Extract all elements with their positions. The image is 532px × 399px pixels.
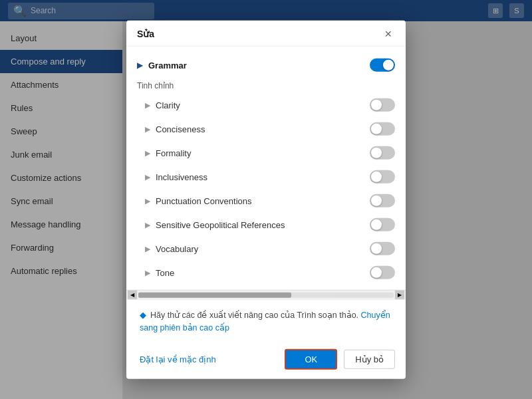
inclusiveness-expand-arrow[interactable]: ▶	[145, 172, 150, 181]
cancel-button[interactable]: Hủy bỏ	[344, 349, 395, 368]
conciseness-label: Conciseness	[156, 124, 364, 134]
geopolitical-expand-arrow[interactable]: ▶	[145, 220, 150, 229]
inclusiveness-label: Inclusiveness	[156, 172, 364, 182]
clarity-row: ▶ Clarity	[126, 93, 406, 117]
inclusiveness-row: ▶ Inclusiveness	[126, 165, 406, 189]
dialog-close-button[interactable]: ✕	[382, 27, 395, 41]
conciseness-toggle[interactable]	[370, 122, 395, 136]
grammar-toggle-knob	[383, 60, 394, 70]
grammar-label: Grammar	[148, 60, 364, 70]
formality-toggle-knob	[371, 148, 382, 158]
conciseness-expand-arrow[interactable]: ▶	[145, 124, 150, 133]
punctuation-label: Punctuation Conventions	[156, 196, 364, 205]
inclusiveness-toggle[interactable]	[370, 170, 395, 184]
section-label: Tinh chỉnh	[126, 78, 406, 93]
tone-label: Tone	[156, 267, 364, 277]
tone-expand-arrow[interactable]: ▶	[145, 268, 150, 277]
punctuation-row: ▶ Punctuation Conventions	[126, 189, 406, 213]
geopolitical-row: ▶ Sensitive Geopolitical References	[126, 213, 406, 237]
inclusiveness-toggle-knob	[371, 172, 382, 182]
geopolitical-toggle[interactable]	[370, 218, 395, 231]
ok-button[interactable]: OK	[285, 348, 337, 369]
vocabulary-row: ▶ Vocabulary	[126, 237, 406, 261]
punctuation-expand-arrow[interactable]: ▶	[145, 196, 150, 205]
reset-button[interactable]: Đặt lại về mặc định	[137, 350, 219, 368]
clarity-toggle[interactable]	[370, 98, 395, 112]
dialog-title: Sửa	[137, 29, 154, 39]
punctuation-toggle-knob	[371, 196, 382, 206]
formality-label: Formality	[156, 148, 364, 158]
settings-dialog: Sửa ✕ ▶ Grammar Tinh chỉnh ▶ Clarity ▶ C…	[126, 21, 406, 379]
dialog-hint: ◆Hãy thử các đề xuất viết nâng cao của T…	[126, 299, 406, 342]
punctuation-toggle[interactable]	[370, 194, 395, 207]
vocabulary-expand-arrow[interactable]: ▶	[145, 244, 150, 253]
clarity-expand-arrow[interactable]: ▶	[145, 100, 150, 109]
dialog-titlebar: Sửa ✕	[126, 21, 406, 47]
dialog-footer: Đặt lại về mặc định OK Hủy bỏ	[126, 342, 406, 378]
grammar-toggle[interactable]	[370, 59, 395, 72]
conciseness-toggle-knob	[371, 124, 382, 134]
formality-row: ▶ Formality	[126, 141, 406, 165]
grammar-row: ▶ Grammar	[126, 52, 406, 78]
scroll-track	[138, 292, 394, 297]
formality-toggle[interactable]	[370, 146, 395, 160]
formality-expand-arrow[interactable]: ▶	[145, 148, 150, 157]
tone-toggle[interactable]	[370, 266, 395, 279]
conciseness-row: ▶ Conciseness	[126, 117, 406, 141]
horizontal-scrollbar[interactable]: ◀ ▶	[126, 290, 406, 299]
tone-row: ▶ Tone	[126, 261, 406, 285]
clarity-label: Clarity	[156, 100, 364, 110]
vocabulary-label: Vocabulary	[156, 243, 364, 253]
scroll-thumb	[138, 292, 291, 297]
scroll-left-button[interactable]: ◀	[128, 290, 137, 299]
diamond-icon: ◆	[140, 311, 146, 320]
vocabulary-toggle[interactable]	[370, 242, 395, 255]
scroll-right-button[interactable]: ▶	[395, 290, 404, 299]
grammar-expand-arrow[interactable]: ▶	[137, 61, 143, 70]
geopolitical-toggle-knob	[371, 219, 382, 230]
dialog-scroll-area[interactable]: ▶ Grammar Tinh chỉnh ▶ Clarity ▶ Concise…	[126, 47, 406, 290]
geopolitical-label: Sensitive Geopolitical References	[156, 219, 364, 229]
clarity-toggle-knob	[371, 100, 382, 110]
tone-toggle-knob	[371, 267, 382, 278]
vocabulary-toggle-knob	[371, 243, 382, 254]
hint-text: Hãy thử các đề xuất viết nâng cao của Tr…	[150, 311, 358, 320]
